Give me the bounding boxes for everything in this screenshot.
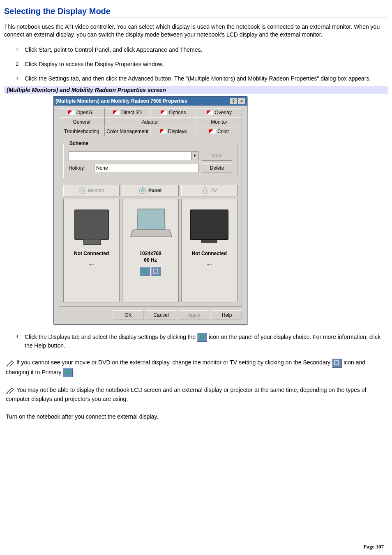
note-text: If you cannot see your movie or DVD on t… bbox=[16, 359, 332, 366]
primary-icon bbox=[197, 333, 207, 342]
help-icon[interactable]: ? bbox=[230, 98, 237, 104]
tab-color-management[interactable]: Color Management bbox=[105, 127, 151, 136]
scheme-group: Scheme ▼ Save Hotkey : None Delete bbox=[63, 144, 238, 178]
scheme-combo[interactable]: ▼ bbox=[69, 151, 198, 160]
ati-icon bbox=[207, 111, 213, 115]
tab-label: Options bbox=[169, 110, 186, 115]
monitor-image bbox=[69, 202, 114, 247]
dialog-title-bar: (Multiple Monitors) and Mobility Radeon … bbox=[54, 97, 247, 106]
tab-label: General bbox=[73, 119, 90, 125]
dialog-title: (Multiple Monitors) and Mobility Radeon … bbox=[55, 98, 187, 104]
page-title: Selecting the Display Mode bbox=[4, 4, 388, 18]
step-number: 2. bbox=[12, 60, 20, 68]
properties-dialog: (Multiple Monitors) and Mobility Radeon … bbox=[53, 96, 247, 325]
ati-icon bbox=[68, 111, 75, 115]
tab-label: Displays bbox=[168, 129, 187, 134]
tab-overlay[interactable]: Overlay bbox=[196, 108, 242, 117]
tv-status: Not Connected bbox=[192, 251, 227, 257]
step-number: 3. bbox=[12, 75, 20, 82]
primary-icon bbox=[63, 368, 73, 377]
step-text: Click Display to access the Display Prop… bbox=[25, 60, 388, 68]
help-button[interactable]: Help bbox=[212, 310, 242, 320]
target-title: TV bbox=[211, 188, 217, 193]
tab-label: Color bbox=[217, 129, 229, 134]
tab-label: Monitor bbox=[211, 119, 227, 125]
tv-image bbox=[187, 202, 232, 247]
tab-label: Troubleshooting bbox=[64, 129, 99, 134]
target-panel-panel: 1024x768 60 Hz bbox=[122, 199, 178, 302]
hotkey-label: Hotkey : bbox=[69, 165, 91, 171]
apply-button[interactable]: Apply bbox=[179, 310, 209, 320]
panel-resolution: 1024x768 bbox=[139, 251, 161, 257]
step-number: 4. bbox=[12, 333, 20, 340]
tab-troubleshooting[interactable]: Troubleshooting bbox=[59, 127, 105, 136]
ati-icon bbox=[161, 111, 167, 115]
ati-icon bbox=[160, 129, 166, 134]
close-icon[interactable]: × bbox=[238, 98, 245, 104]
tab-options[interactable]: Options bbox=[150, 108, 196, 117]
target-title: Monitor bbox=[88, 188, 104, 193]
secondary-icon[interactable] bbox=[151, 267, 161, 276]
delete-button[interactable]: Delete bbox=[202, 163, 232, 173]
tab-label: Color Management bbox=[106, 129, 148, 134]
intro-text: This notebook uses the ATI video control… bbox=[4, 18, 388, 44]
target-tv-tab[interactable]: ⏻ TV bbox=[181, 185, 238, 196]
tab-label: OpenGL bbox=[76, 110, 95, 115]
note-icon bbox=[6, 359, 15, 367]
power-icon: ⏻ bbox=[139, 187, 146, 194]
tab-monitor[interactable]: Monitor bbox=[196, 117, 242, 126]
tab-opengl[interactable]: OpenGL bbox=[59, 108, 105, 117]
power-icon: ⏻ bbox=[79, 187, 85, 194]
primary-icon[interactable] bbox=[140, 267, 150, 276]
ati-icon bbox=[209, 129, 216, 134]
tab-label: Overlay bbox=[215, 110, 232, 115]
step-text: Click Start, point to Control Panel, and… bbox=[25, 46, 388, 54]
note-icon bbox=[6, 387, 15, 394]
tab-direct3d[interactable]: Direct 3D bbox=[105, 108, 151, 117]
tab-label: Direct 3D bbox=[121, 110, 142, 115]
chevron-down-icon: ▼ bbox=[191, 152, 198, 160]
tab-adapter[interactable]: Adapter bbox=[105, 117, 196, 126]
ati-icon bbox=[113, 111, 120, 115]
figure-caption: (Multiple Monitors) and Mobility Radeon … bbox=[4, 86, 388, 94]
step-text: Click the Displays tab and select the di… bbox=[25, 333, 388, 350]
target-tv-panel: Not Connected ➸ bbox=[181, 199, 238, 302]
save-button[interactable]: Save bbox=[202, 151, 232, 161]
hotkey-field[interactable]: None bbox=[94, 164, 198, 172]
panel-refresh: 60 Hz bbox=[139, 257, 161, 264]
tab-label: Adapter bbox=[142, 119, 159, 125]
scheme-legend: Scheme bbox=[68, 140, 90, 146]
monitor-status: Not Connected bbox=[74, 251, 109, 257]
target-monitor-tab[interactable]: ⏻ Monitor bbox=[63, 185, 120, 196]
tab-displays[interactable]: Displays bbox=[150, 127, 196, 136]
step-number: 1. bbox=[12, 46, 20, 53]
target-monitor-panel: Not Connected ➸ bbox=[63, 199, 120, 302]
note-text: You may not be able to display the noteb… bbox=[6, 387, 366, 402]
page-number: Page 107 bbox=[364, 543, 384, 550]
cancel-button[interactable]: Cancel bbox=[146, 310, 176, 320]
target-title: Panel bbox=[148, 188, 161, 193]
tab-general[interactable]: General bbox=[59, 117, 105, 126]
target-panel-tab[interactable]: ⏻ Panel bbox=[122, 185, 178, 196]
plug-icon: ➸ bbox=[201, 260, 217, 268]
closing-text: Turn on the notebook after you connect t… bbox=[4, 408, 388, 425]
laptop-image bbox=[128, 202, 173, 247]
plug-icon: ➸ bbox=[83, 260, 100, 268]
step-text: Click the Settings tab, and then click t… bbox=[25, 75, 388, 83]
secondary-icon bbox=[332, 359, 342, 368]
ok-button[interactable]: OK bbox=[113, 310, 143, 320]
tab-color[interactable]: Color bbox=[196, 127, 242, 136]
power-icon: ⏻ bbox=[202, 187, 208, 194]
